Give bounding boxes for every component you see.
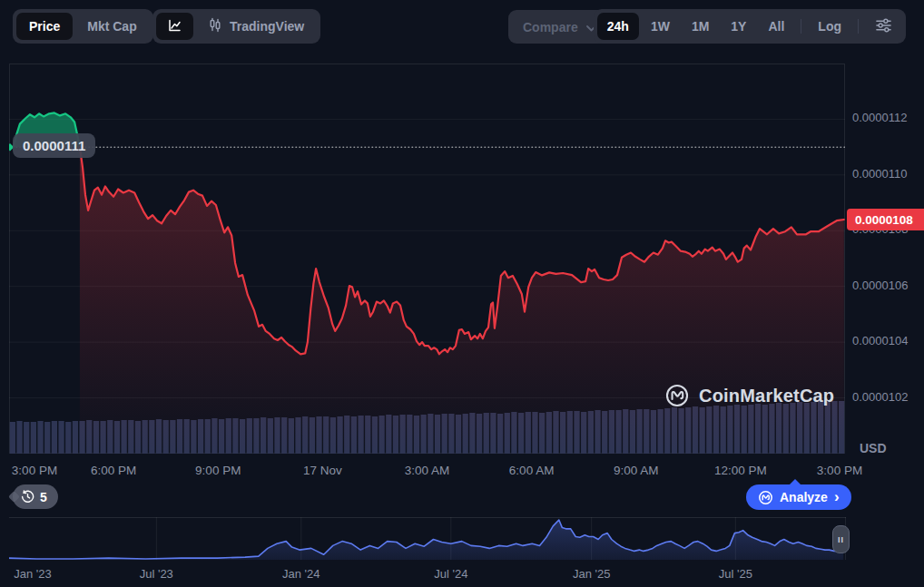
analyze-notch bbox=[790, 479, 801, 484]
divider bbox=[801, 19, 801, 34]
x-tick-label: 6:00 AM bbox=[509, 464, 555, 477]
analyze-button[interactable]: Analyze › bbox=[746, 484, 851, 510]
y-tick-label: 0.0000102 bbox=[852, 390, 908, 404]
navigator-tick-label: Jul '23 bbox=[140, 567, 173, 581]
price-chart-panel: Price Mkt Cap TradingView Compar bbox=[0, 0, 924, 587]
range-1m[interactable]: 1M bbox=[682, 13, 719, 40]
navigator-tick-label: Jan '23 bbox=[14, 567, 52, 581]
coinmarketcap-watermark: CoinMarketCap bbox=[664, 383, 834, 408]
history-count-chip[interactable]: 5 bbox=[13, 484, 58, 509]
axis-unit-label: USD bbox=[860, 441, 887, 455]
range-all-label: All bbox=[768, 19, 784, 34]
line-chart-type-button[interactable] bbox=[156, 13, 193, 40]
history-count: 5 bbox=[40, 490, 47, 504]
y-tick-label: 0.0000106 bbox=[852, 279, 908, 292]
range-1y-label: 1Y bbox=[731, 19, 746, 34]
coinmarketcap-logo-icon bbox=[664, 383, 690, 408]
divider bbox=[858, 19, 859, 34]
x-tick-label: 9:00 AM bbox=[614, 464, 659, 477]
range-24h[interactable]: 24h bbox=[597, 13, 639, 40]
metric-toggle-group: Price Mkt Cap bbox=[13, 9, 153, 44]
compare-label: Compare bbox=[523, 20, 578, 34]
tradingview-label: TradingView bbox=[230, 19, 304, 34]
y-tick-label: 0.0000112 bbox=[852, 111, 908, 124]
analyze-label: Analyze bbox=[780, 490, 828, 504]
tab-price[interactable]: Price bbox=[16, 13, 73, 40]
range-1m-label: 1M bbox=[692, 19, 709, 34]
line-chart-icon bbox=[167, 18, 182, 35]
range-toggle-group: 24h 1W 1M 1Y All Log bbox=[594, 9, 906, 44]
navigator-area bbox=[9, 520, 843, 560]
range-1w-label: 1W bbox=[651, 19, 670, 34]
chart-settings-button[interactable] bbox=[865, 13, 902, 40]
x-tick-label: 12:00 PM bbox=[714, 464, 767, 477]
range-24h-label: 24h bbox=[607, 19, 629, 34]
clock-history-icon bbox=[21, 490, 34, 504]
x-tick-label: 3:00 PM bbox=[12, 464, 57, 477]
chip-tail bbox=[8, 491, 20, 503]
x-tick-label: 9:00 PM bbox=[195, 464, 241, 477]
navigator-resize-handle[interactable]: II bbox=[832, 525, 850, 553]
log-label: Log bbox=[818, 19, 841, 34]
tab-mkt-cap[interactable]: Mkt Cap bbox=[74, 13, 149, 40]
history-navigator[interactable] bbox=[9, 517, 846, 560]
candlestick-icon bbox=[208, 17, 222, 35]
x-tick-label: 6:00 PM bbox=[91, 464, 136, 477]
cmc-logo-icon bbox=[758, 490, 773, 505]
watermark-text: CoinMarketCap bbox=[699, 386, 834, 406]
tab-mkt-cap-label: Mkt Cap bbox=[87, 19, 136, 34]
tab-price-label: Price bbox=[29, 19, 60, 34]
last-price-badge: 0.0000108 bbox=[847, 209, 924, 230]
range-all[interactable]: All bbox=[758, 13, 794, 40]
log-scale-toggle[interactable]: Log bbox=[808, 13, 851, 40]
tradingview-button[interactable]: TradingView bbox=[195, 13, 317, 40]
navigator-tick-label: Jul '24 bbox=[434, 567, 467, 581]
range-1y[interactable]: 1Y bbox=[721, 13, 756, 40]
navigator-tick-label: Jan '24 bbox=[282, 567, 320, 581]
x-tick-label: 17 Nov bbox=[303, 464, 342, 477]
navigator-tick-label: Jul '25 bbox=[719, 567, 752, 581]
range-1w[interactable]: 1W bbox=[641, 13, 680, 40]
x-tick-label: 3:00 AM bbox=[405, 464, 450, 477]
y-tick-label: 0.0000110 bbox=[852, 167, 908, 181]
navigator-tick-label: Jan '25 bbox=[573, 567, 611, 581]
chart-type-group: TradingView bbox=[152, 9, 320, 44]
chevron-right-icon: › bbox=[834, 489, 840, 504]
sliders-icon bbox=[875, 18, 892, 35]
x-tick-label: 3:00 PM bbox=[817, 464, 862, 477]
prev-close-price-label: 0.0000111 bbox=[13, 133, 95, 158]
y-tick-label: 0.0000104 bbox=[852, 334, 908, 347]
